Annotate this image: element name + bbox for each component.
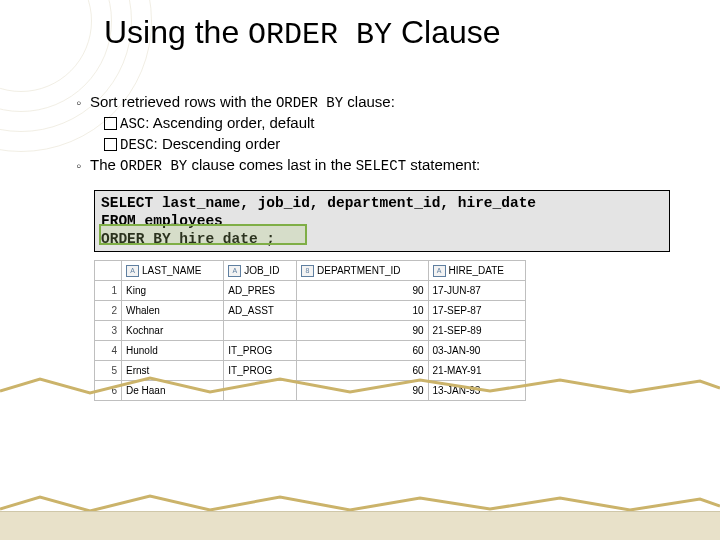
checkbox-icon (104, 117, 117, 130)
cell-hire: 21-MAY-91 (428, 361, 525, 381)
th-last: LAST_NAME (142, 265, 201, 276)
b2-code1: ORDER BY (120, 158, 187, 174)
cell-hire: 03-JAN-90 (428, 341, 525, 361)
s1-code: ASC (120, 116, 145, 132)
col-hire-date: AHIRE_DATE (428, 261, 525, 281)
row-number: 5 (95, 361, 122, 381)
b2-code2: SELECT (356, 158, 406, 174)
page-title: Using the ORDER BY Clause (104, 14, 696, 52)
cell-hire: 21-SEP-89 (428, 321, 525, 341)
code-l3b: ; (258, 231, 275, 247)
b2-post: statement: (406, 156, 480, 173)
sub-2: DESC: Descending order (104, 134, 686, 155)
bullet-marker: ◦ (76, 155, 90, 176)
code-line-1: SELECT last_name, job_id, department_id,… (101, 194, 663, 212)
cell-last: De Haan (122, 381, 224, 401)
result-table: ALAST_NAME AJOB_ID 8DEPARTMENT_ID AHIRE_… (94, 260, 526, 401)
b2-pre: The (90, 156, 120, 173)
bullet-1: ◦ Sort retrieved rows with the ORDER BY … (76, 92, 686, 155)
cell-job: IT_PROG (224, 341, 297, 361)
cell-last: Whalen (122, 301, 224, 321)
b1-code: ORDER BY (276, 95, 343, 111)
cell-hire: 17-JUN-87 (428, 281, 525, 301)
cell-job: IT_PROG (224, 361, 297, 381)
bullet-1-text: Sort retrieved rows with the ORDER BY cl… (90, 92, 686, 155)
th-dept: DEPARTMENT_ID (317, 265, 401, 276)
code-line-3: ORDER BY hire_date ; (101, 230, 663, 248)
cell-job (224, 321, 297, 341)
sub-1: ASC: Ascending order, default (104, 113, 686, 134)
cell-job: AD_PRES (224, 281, 297, 301)
row-number: 3 (95, 321, 122, 341)
text-type-icon: A (126, 265, 139, 277)
title-post: Clause (392, 14, 501, 50)
th-job: JOB_ID (244, 265, 279, 276)
row-number-header (95, 261, 122, 281)
cell-hire: 13-JAN-93 (428, 381, 525, 401)
cell-dept: 90 (297, 381, 429, 401)
cell-job: AD_ASST (224, 301, 297, 321)
cell-dept: 90 (297, 281, 429, 301)
text-type-icon: A (228, 265, 241, 277)
sub-2-text: DESC: Descending order (120, 134, 280, 155)
cell-dept: 10 (297, 301, 429, 321)
code-block: SELECT last_name, job_id, department_id,… (94, 190, 670, 252)
cell-hire: 17-SEP-87 (428, 301, 525, 321)
b1-pre: Sort retrieved rows with the (90, 93, 276, 110)
s2-code: DESC (120, 137, 154, 153)
cell-last: Hunold (122, 341, 224, 361)
table-row: 1 King AD_PRES 90 17-JUN-87 (95, 281, 526, 301)
code-line-2: FROM employees (101, 212, 663, 230)
table-row: 4 Hunold IT_PROG 60 03-JAN-90 (95, 341, 526, 361)
text-type-icon: A (433, 265, 446, 277)
cell-last: King (122, 281, 224, 301)
table-row: 3 Kochnar 90 21-SEP-89 (95, 321, 526, 341)
row-number: 6 (95, 381, 122, 401)
s2-post: : Descending order (154, 135, 281, 152)
row-number: 1 (95, 281, 122, 301)
table-row: 5 Ernst IT_PROG 60 21-MAY-91 (95, 361, 526, 381)
table-header-row: ALAST_NAME AJOB_ID 8DEPARTMENT_ID AHIRE_… (95, 261, 526, 281)
bullet-marker: ◦ (76, 92, 90, 155)
table-row: 6 De Haan 90 13-JAN-93 (95, 381, 526, 401)
col-last-name: ALAST_NAME (122, 261, 224, 281)
cell-last: Ernst (122, 361, 224, 381)
num-type-icon: 8 (301, 265, 314, 277)
slide: Using the ORDER BY Clause ◦ Sort retriev… (0, 0, 720, 540)
title-pre: Using the (104, 14, 248, 50)
bullet-2: ◦ The ORDER BY clause comes last in the … (76, 155, 686, 176)
col-job-id: AJOB_ID (224, 261, 297, 281)
code-l3a: ORDER BY hire_date (101, 231, 258, 247)
footer-bar (0, 511, 720, 540)
bullet-2-text: The ORDER BY clause comes last in the SE… (90, 155, 686, 176)
b2-mid: clause comes last in the (187, 156, 355, 173)
s1-post: : Ascending order, default (145, 114, 314, 131)
b1-post: clause: (343, 93, 395, 110)
cell-dept: 60 (297, 341, 429, 361)
row-number: 2 (95, 301, 122, 321)
title-code: ORDER BY (248, 18, 392, 52)
col-department-id: 8DEPARTMENT_ID (297, 261, 429, 281)
row-number: 4 (95, 341, 122, 361)
cell-dept: 60 (297, 361, 429, 381)
cell-dept: 90 (297, 321, 429, 341)
checkbox-icon (104, 138, 117, 151)
cell-last: Kochnar (122, 321, 224, 341)
sub-1-text: ASC: Ascending order, default (120, 113, 315, 134)
th-hire: HIRE_DATE (449, 265, 504, 276)
body-text: ◦ Sort retrieved rows with the ORDER BY … (76, 92, 686, 176)
cell-job (224, 381, 297, 401)
table-row: 2 Whalen AD_ASST 10 17-SEP-87 (95, 301, 526, 321)
